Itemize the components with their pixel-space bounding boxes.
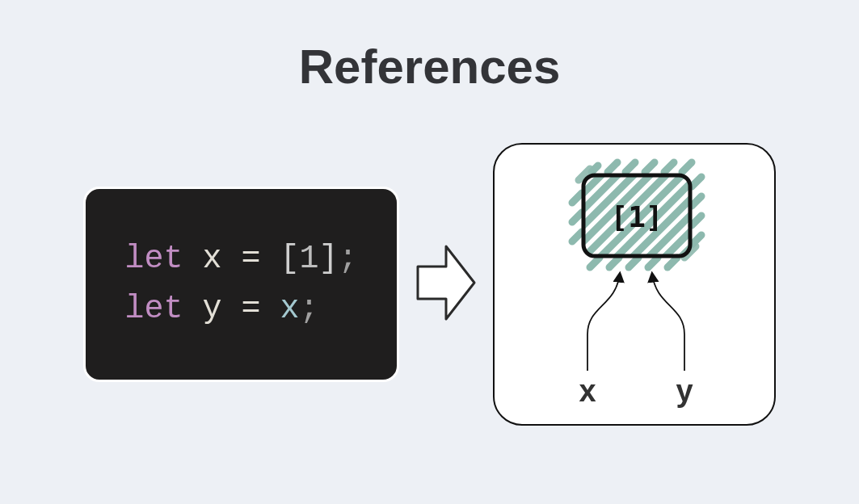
- svg-line-32: [648, 258, 658, 267]
- svg-line-25: [692, 235, 701, 245]
- object-label: [1]: [610, 200, 663, 233]
- svg-line-31: [629, 258, 638, 267]
- code-number: 1: [300, 241, 319, 277]
- svg-line-33: [667, 258, 677, 267]
- code-block: let x = [1]; let y = x;: [83, 187, 398, 382]
- svg-line-24: [692, 216, 701, 225]
- svg-line-16: [592, 166, 598, 172]
- memory-diagram: [1] x y: [493, 143, 776, 426]
- code-bracket: [: [280, 241, 300, 277]
- arrow-icon: [414, 238, 478, 330]
- variable-y-label: y: [676, 374, 693, 408]
- svg-line-26: [572, 193, 582, 203]
- svg-line-28: [572, 232, 582, 242]
- code-bracket: ]: [319, 241, 339, 277]
- svg-line-17: [608, 162, 617, 172]
- code-identifier: x: [202, 241, 221, 277]
- slide-title: References: [299, 39, 561, 94]
- svg-line-22: [692, 177, 701, 187]
- code-keyword: let: [124, 291, 183, 327]
- svg-line-21: [682, 162, 692, 172]
- code-operator: =: [241, 241, 260, 277]
- code-punct: ;: [339, 241, 358, 277]
- code-identifier-ref: x: [280, 291, 300, 327]
- content-row: let x = [1]; let y = x;: [83, 143, 775, 426]
- svg-line-23: [692, 196, 701, 206]
- code-operator: =: [241, 291, 260, 327]
- variable-x-label: x: [579, 374, 596, 408]
- svg-line-27: [572, 212, 582, 222]
- svg-line-20: [664, 162, 674, 172]
- svg-line-18: [625, 162, 635, 172]
- slide: References let x = [1]; let y = x;: [0, 0, 859, 504]
- svg-line-30: [609, 258, 619, 267]
- code-keyword: let: [124, 241, 183, 277]
- code-identifier: y: [202, 291, 221, 327]
- code-punct: ;: [300, 291, 319, 327]
- svg-line-19: [645, 162, 655, 172]
